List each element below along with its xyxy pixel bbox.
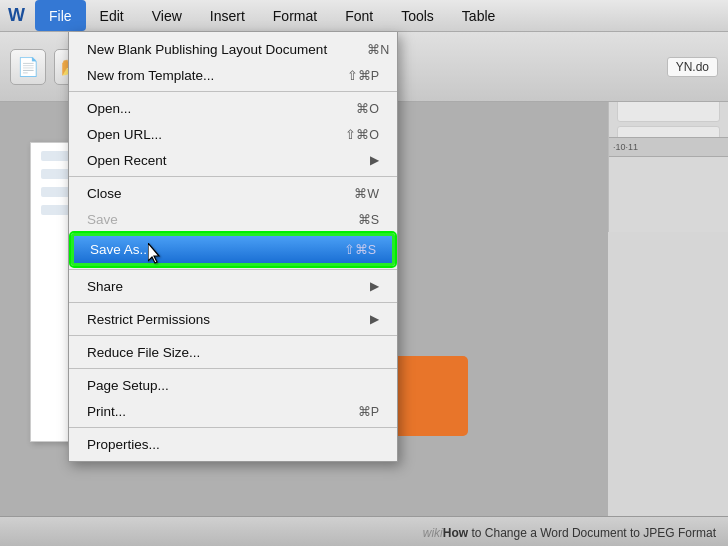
menu-item-save-as[interactable]: Save As... ⇧⌘S	[71, 233, 395, 266]
menu-item-close-label: Close	[87, 186, 122, 201]
menu-sep-2	[69, 176, 397, 177]
menu-item-restrict[interactable]: Restrict Permissions ▶	[69, 306, 397, 332]
menu-sep-1	[69, 91, 397, 92]
menu-item-restrict-label: Restrict Permissions	[87, 312, 210, 327]
app-logo: W	[0, 0, 35, 31]
menu-sep-7	[69, 427, 397, 428]
menu-format[interactable]: Format	[259, 0, 331, 31]
menu-item-open-recent[interactable]: Open Recent ▶	[69, 147, 397, 173]
menu-item-close-shortcut: ⌘W	[354, 186, 379, 201]
menu-item-print[interactable]: Print... ⌘P	[69, 398, 397, 424]
menu-item-new-blank[interactable]: New Blank Publishing Layout Document ⌘N	[69, 36, 397, 62]
menu-item-save[interactable]: Save ⌘S	[69, 206, 397, 232]
toolbar-btn-1[interactable]: 📄	[10, 49, 46, 85]
menu-item-reduce[interactable]: Reduce File Size...	[69, 339, 397, 365]
menu-file[interactable]: File	[35, 0, 86, 31]
menu-item-save-label: Save	[87, 212, 118, 227]
menu-sep-3	[69, 269, 397, 270]
menu-item-properties[interactable]: Properties...	[69, 431, 397, 457]
menu-item-share-label: Share	[87, 279, 123, 294]
ruler-label: ·10·11	[613, 142, 638, 152]
menu-view[interactable]: View	[138, 0, 196, 31]
menu-item-new-blank-label: New Blank Publishing Layout Document	[87, 42, 327, 57]
menu-item-new-blank-shortcut: ⌘N	[367, 42, 389, 57]
menu-item-new-template-label: New from Template...	[87, 68, 214, 83]
menu-item-print-shortcut: ⌘P	[358, 404, 379, 419]
menu-item-share[interactable]: Share ▶	[69, 273, 397, 299]
menu-sep-5	[69, 335, 397, 336]
file-dropdown-menu: New Blank Publishing Layout Document ⌘N …	[68, 32, 398, 462]
filename-display: YN.do	[667, 57, 718, 77]
menu-sep-4	[69, 302, 397, 303]
menu-item-open-url[interactable]: Open URL... ⇧⌘O	[69, 121, 397, 147]
menu-sep-6	[69, 368, 397, 369]
menu-item-page-setup[interactable]: Page Setup...	[69, 372, 397, 398]
menu-item-reduce-label: Reduce File Size...	[87, 345, 200, 360]
menu-item-new-template[interactable]: New from Template... ⇧⌘P	[69, 62, 397, 88]
menu-item-open-recent-arrow: ▶	[370, 153, 379, 167]
menu-item-open[interactable]: Open... ⌘O	[69, 95, 397, 121]
menu-tools[interactable]: Tools	[387, 0, 448, 31]
bottom-bar: wikiHow to Change a Word Document to JPE…	[0, 516, 728, 546]
menu-bar: W File Edit View Insert Format Font Tool…	[0, 0, 728, 32]
menu-item-share-arrow: ▶	[370, 279, 379, 293]
menu-item-save-as-label: Save As...	[90, 242, 151, 257]
menu-item-open-shortcut: ⌘O	[356, 101, 379, 116]
menu-item-print-label: Print...	[87, 404, 126, 419]
menu-table[interactable]: Table	[448, 0, 509, 31]
menu-insert[interactable]: Insert	[196, 0, 259, 31]
menu-item-properties-label: Properties...	[87, 437, 160, 452]
menu-item-close[interactable]: Close ⌘W	[69, 180, 397, 206]
how-label: How	[443, 526, 468, 540]
menu-font[interactable]: Font	[331, 0, 387, 31]
menu-item-open-recent-label: Open Recent	[87, 153, 167, 168]
menu-item-open-label: Open...	[87, 101, 131, 116]
menu-item-open-url-shortcut: ⇧⌘O	[345, 127, 379, 142]
menu-item-new-template-shortcut: ⇧⌘P	[347, 68, 379, 83]
menu-item-open-url-label: Open URL...	[87, 127, 162, 142]
menu-edit[interactable]: Edit	[86, 0, 138, 31]
menu-item-save-shortcut: ⌘S	[358, 212, 379, 227]
menu-item-restrict-arrow: ▶	[370, 312, 379, 326]
menu-item-page-setup-label: Page Setup...	[87, 378, 169, 393]
menu-item-save-as-shortcut: ⇧⌘S	[344, 242, 376, 257]
description-label: to Change a Word Document to JPEG Format	[468, 526, 716, 540]
wiki-badge: wikiHow to Change a Word Document to JPE…	[423, 523, 716, 541]
wiki-label: wiki	[423, 526, 443, 540]
